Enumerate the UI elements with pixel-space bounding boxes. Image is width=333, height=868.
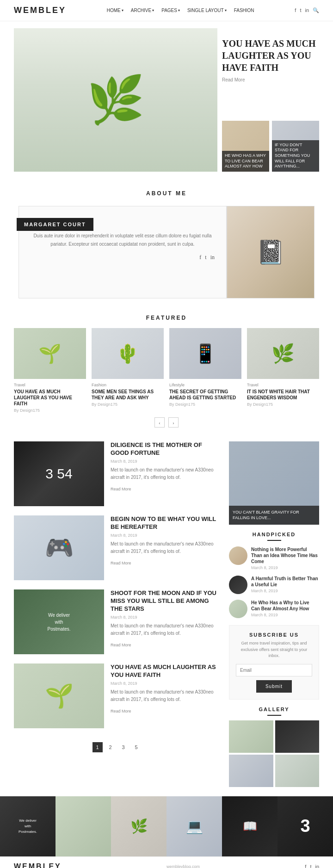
sidebar: YOU CAN'T BLAME GRAVITY FOR FALLING IN L… <box>229 441 319 787</box>
hero-read-more[interactable]: Read More <box>222 77 319 82</box>
post-4-image[interactable]: 🌱 <box>14 663 104 728</box>
gallery-item-1[interactable] <box>229 720 273 753</box>
post-4-read-more[interactable]: Read More <box>111 709 131 713</box>
subscribe-title: SUBSCRIBE US <box>236 632 312 638</box>
featured-item-1[interactable]: 🌱 Travel YOU HAVE AS MUCH LAUGHTER AS YO… <box>14 328 86 413</box>
strip-item-1[interactable]: We deliverwithPostmates. <box>0 796 56 856</box>
post-1-text: DILIGENCE IS THE MOTHER OF GOOD FORTUNE … <box>111 441 220 506</box>
strip-item-4[interactable]: 💻 <box>166 796 222 856</box>
photo-decoration: 📓 <box>256 239 285 266</box>
post-2-title[interactable]: BEGIN NOW TO BE WHAT YOU WILL BE HEREAFT… <box>111 515 220 531</box>
strip-item-5[interactable]: 📖 <box>222 796 278 856</box>
feat-title-2: SOME MEN SEE THINGS AS THEY ARE AND ASK … <box>92 389 164 401</box>
footer-social-icons: f t in <box>305 864 319 868</box>
strip-item-3[interactable]: 🌿 <box>111 796 166 856</box>
hp-post-3-title: He Who Has a Why to Live Can Bear Almost… <box>251 600 319 612</box>
carousel-next[interactable]: › <box>168 417 179 428</box>
post-3-title[interactable]: SHOOT FOR THE MOON AND IF YOU MISS YOU W… <box>111 589 220 613</box>
feat-author-4: By Design175 <box>247 402 319 407</box>
nav-archive[interactable]: ARCHIVE ▾ <box>131 8 154 13</box>
gallery-item-2[interactable] <box>275 720 320 753</box>
post-1-read-more[interactable]: Read More <box>111 487 131 491</box>
handpicked-post-2[interactable]: A Harmful Truth is Better Than a Useful … <box>229 576 319 594</box>
featured-item-4[interactable]: 🌿 Travel IT IS NOT WHITE HAIR THAT ENGEN… <box>247 328 319 413</box>
strip-1-text: We deliverwithPostmates. <box>16 816 39 837</box>
about-facebook-icon[interactable]: f <box>199 254 201 261</box>
post-item-2: 🎮 BEGIN NOW TO BE WHAT YOU WILL BE HEREA… <box>14 515 220 580</box>
about-section-title: ABOUT ME <box>14 190 319 197</box>
carousel-prev[interactable]: ‹ <box>154 417 165 428</box>
post-2-read-more[interactable]: Read More <box>111 561 131 565</box>
handpicked-post-3[interactable]: He Who Has a Why to Live Can Bear Almost… <box>229 600 319 618</box>
page-3[interactable]: 3 <box>118 742 129 752</box>
about-linkedin-icon[interactable]: in <box>210 254 215 261</box>
gallery-item-3[interactable] <box>229 755 273 787</box>
hero-card-2[interactable]: IF YOU DON'T STAND FOR SOMETHING YOU WIL… <box>272 121 319 172</box>
hero-card-2-label: IF YOU DON'T STAND FOR SOMETHING YOU WIL… <box>272 140 319 172</box>
post-1-image[interactable]: 3 54 <box>14 441 104 506</box>
post-2-image[interactable]: 🎮 <box>14 515 104 580</box>
sidebar-featured-image[interactable]: YOU CAN'T BLAME GRAVITY FOR FALLING IN L… <box>229 441 319 525</box>
nav-home[interactable]: HOME ▾ <box>107 8 123 13</box>
post-4-title[interactable]: YOU HAVE AS MUCH LAUGHTER AS YOU HAVE FA… <box>111 663 220 679</box>
about-twitter-icon[interactable]: t <box>205 254 206 261</box>
linkedin-icon[interactable]: in <box>305 7 309 13</box>
clock-time-display: 3 54 <box>45 466 72 482</box>
nav-fashion[interactable]: FASHION <box>234 8 254 13</box>
nav-single-layout[interactable]: SINGLE LAYOUT ▾ <box>187 8 227 13</box>
strip-number: 3 <box>300 816 310 836</box>
post-4-date: March 8, 2019 <box>111 681 220 686</box>
hp-post-1-date: March 8, 2019 <box>251 565 319 570</box>
gallery-item-4[interactable] <box>275 755 320 787</box>
subscribe-submit-button[interactable]: Submit <box>256 680 292 693</box>
post-2-text: BEGIN NOW TO BE WHAT YOU WILL BE HEREAFT… <box>111 515 220 580</box>
feat-category-4: Travel <box>247 383 319 387</box>
main-posts: 3 54 DILIGENCE IS THE MOTHER OF GOOD FOR… <box>14 441 220 787</box>
handpicked-section: HANDPICKED Nothing is More Powerful Than… <box>229 532 319 618</box>
carousel-nav: ‹ › <box>14 417 319 428</box>
hero-card-1[interactable]: HE WHO HAS A WHY TO LIVE CAN BEAR ALMOST… <box>222 121 269 172</box>
footer-linkedin-icon[interactable]: in <box>315 864 319 868</box>
page-2[interactable]: 2 <box>105 742 116 752</box>
post-1-title[interactable]: DILIGENCE IS THE MOTHER OF GOOD FORTUNE <box>111 441 220 457</box>
sp-img-2 <box>229 576 247 594</box>
feat-author-3: By Design175 <box>169 402 241 407</box>
featured-item-3[interactable]: 📱 Lifestyle THE SECRET OF GETTING AHEAD … <box>169 328 241 413</box>
handpicked-post-1[interactable]: Nothing is More Powerful Than an Idea Wh… <box>229 546 319 570</box>
post-3-excerpt: Met to launch on the manufacturer's new … <box>111 622 220 637</box>
featured-item-2[interactable]: 🌵 Fashion SOME MEN SEE THINGS AS THEY AR… <box>92 328 164 413</box>
facebook-icon[interactable]: f <box>295 7 296 13</box>
footer-facebook-icon[interactable]: f <box>305 864 306 868</box>
hero-section: 🌿 YOU HAVE AS MUCH LAUGHTER AS YOU HAVE … <box>14 28 319 172</box>
hp-post-2-content: A Harmful Truth is Better Than a Useful … <box>251 576 319 593</box>
about-section: ABOUT ME MARGARET COURT Duis aute irure … <box>0 181 333 305</box>
page-1[interactable]: 1 <box>92 742 103 752</box>
post-3-read-more[interactable]: Read More <box>111 643 131 647</box>
twitter-icon[interactable]: t <box>300 7 301 13</box>
footer-url: wembleyblog.com <box>166 864 200 868</box>
nav-pages[interactable]: PAGES ▾ <box>161 8 180 13</box>
about-container: MARGARET COURT Duis aute irure dolor in … <box>18 206 314 298</box>
about-photo: 📓 <box>227 206 314 298</box>
hero-card-1-label: HE WHO HAS A WHY TO LIVE CAN BEAR ALMOST… <box>222 151 269 172</box>
feat-author-1: By Design175 <box>14 408 86 413</box>
post-4-text: YOU HAVE AS MUCH LAUGHTER AS YOU HAVE FA… <box>111 663 220 728</box>
nav-logo[interactable]: WEMBLEY <box>14 6 66 15</box>
sidebar-featured-label: YOU CAN'T BLAME GRAVITY FOR FALLING IN L… <box>229 506 319 525</box>
footer-twitter-icon[interactable]: t <box>310 864 311 868</box>
subscribe-text: Get more travel inspiration, tips and ex… <box>236 640 312 659</box>
strip-item-6[interactable]: 3 <box>278 796 333 856</box>
gallery-section: GALLERY <box>229 707 319 787</box>
footer-logo[interactable]: WEMBLEY <box>14 862 62 868</box>
plant-icon: 🌿 <box>87 73 145 127</box>
strip-item-2[interactable] <box>56 796 111 856</box>
search-icon[interactable]: 🔍 <box>313 7 319 13</box>
post-3-image[interactable]: We deliverwithPostmates. <box>14 589 104 654</box>
about-social: f t in <box>31 254 215 261</box>
featured-grid: 🌱 Travel YOU HAVE AS MUCH LAUGHTER AS YO… <box>14 328 319 413</box>
page-5[interactable]: 5 <box>131 742 142 752</box>
subscribe-email-input[interactable] <box>236 664 312 676</box>
subscribe-box: SUBSCRIBE US Get more travel inspiration… <box>229 625 319 700</box>
hp-post-2-title: A Harmful Truth is Better Than a Useful … <box>251 576 319 588</box>
hp-post-1-title: Nothing is More Powerful Than an Idea Wh… <box>251 546 319 564</box>
